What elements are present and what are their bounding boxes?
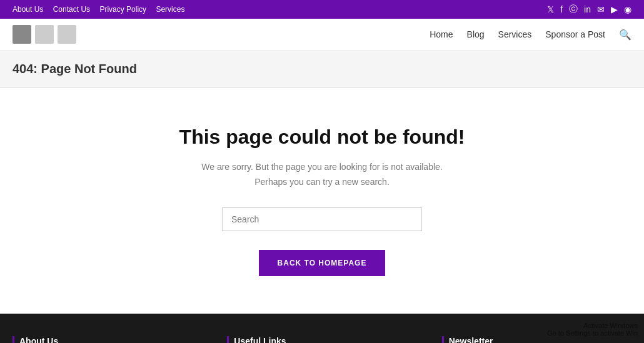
not-found-heading: This page could not be found!: [13, 126, 631, 149]
logo-block-2: [35, 25, 54, 44]
logo-block-3: [58, 25, 76, 44]
page-404-title: 404: Page Not Found: [13, 62, 631, 76]
topbar-contact[interactable]: Contact Us: [53, 5, 90, 14]
circle-icon[interactable]: ◉: [624, 4, 631, 14]
footer-links-title: Useful Links: [227, 336, 416, 343]
activate-windows-watermark: Activate Windows Go to Settings to activ…: [547, 322, 638, 337]
footer-newsletter-col: Newsletter Join over 1k subscribers to r…: [442, 336, 631, 343]
watermark-line1: Activate Windows: [547, 322, 638, 329]
not-found-subtext: We are sorry. But the page you are looki…: [13, 160, 631, 190]
main-content: This page could not be found! We are sor…: [0, 88, 644, 314]
back-to-homepage-button[interactable]: BACK TO HOMEPAGE: [259, 250, 386, 276]
nav: Home Blog Services Sponsor a Post 🔍: [430, 29, 631, 41]
top-bar-links[interactable]: About Us Contact Us Privacy Policy Servi…: [13, 5, 192, 14]
youtube-icon[interactable]: ▶: [611, 4, 618, 14]
topbar-services[interactable]: Services: [156, 5, 184, 14]
twitter-icon[interactable]: 𝕏: [547, 4, 554, 14]
footer-newsletter-title: Newsletter: [442, 336, 631, 343]
logo-block-1: [13, 25, 31, 44]
footer-about-title: About Us: [13, 336, 202, 343]
search-form: [13, 207, 631, 231]
footer-links-col: Useful Links Contact Services Blog Spons…: [227, 336, 416, 343]
breadcrumb-bar: 404: Page Not Found: [0, 51, 644, 88]
top-bar: About Us Contact Us Privacy Policy Servi…: [0, 0, 644, 19]
topbar-privacy[interactable]: Privacy Policy: [99, 5, 146, 14]
footer-about-col: About Us: [13, 336, 202, 343]
instagram-icon[interactable]: ⓒ: [569, 4, 578, 15]
header: Home Blog Services Sponsor a Post 🔍: [0, 19, 644, 51]
facebook-icon[interactable]: f: [560, 4, 563, 14]
subtext-line1: We are sorry. But the page you are looki…: [201, 162, 442, 172]
nav-services[interactable]: Services: [498, 29, 532, 39]
topbar-about[interactable]: About Us: [13, 5, 43, 14]
nav-home[interactable]: Home: [430, 29, 453, 39]
nav-blog[interactable]: Blog: [467, 29, 485, 39]
nav-sponsor[interactable]: Sponsor a Post: [545, 29, 605, 39]
subtext-line2: Perhaps you can try a new search.: [254, 177, 390, 187]
watermark-line2: Go to Settings to activate Win: [547, 329, 638, 337]
search-input[interactable]: [222, 207, 422, 231]
mail-icon[interactable]: ✉: [597, 4, 605, 14]
top-bar-social: 𝕏 f ⓒ in ✉ ▶ ◉: [547, 4, 631, 15]
search-icon[interactable]: 🔍: [619, 29, 631, 41]
linkedin-icon[interactable]: in: [584, 4, 591, 14]
logo-area: [13, 25, 76, 44]
